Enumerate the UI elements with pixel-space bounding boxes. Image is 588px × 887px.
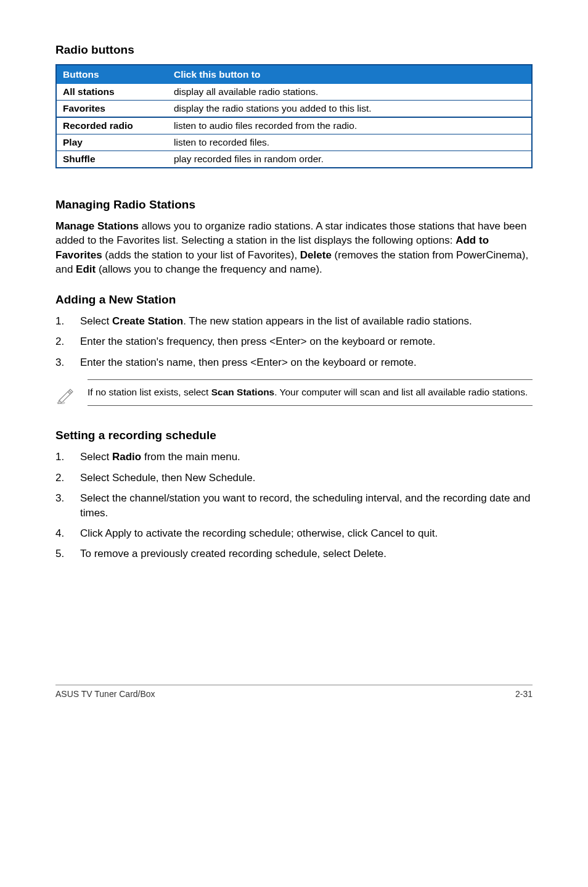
heading-radio-buttons: Radio buttons xyxy=(55,43,533,57)
step-number: 5. xyxy=(55,547,80,561)
managing-paragraph: Manage Stations allows you to organize r… xyxy=(55,219,533,277)
list-item: 4. Click Apply to activate the recording… xyxy=(55,526,533,540)
cell-label: Recorded radio xyxy=(56,117,168,134)
svg-line-1 xyxy=(68,392,70,394)
note-text: If no station list exists, select Scan S… xyxy=(88,379,533,406)
step-number: 3. xyxy=(55,355,80,369)
list-item: 1. Select Radio from the main menu. xyxy=(55,450,533,464)
cell-desc: display all available radio stations. xyxy=(168,84,532,101)
list-item: 3. Enter the station's name, then press … xyxy=(55,355,533,369)
list-item: 2. Enter the station's frequency, then p… xyxy=(55,334,533,349)
step-number: 4. xyxy=(55,526,80,540)
text-bold: Manage Stations xyxy=(55,220,139,232)
text: (allows you to change the frequency and … xyxy=(96,263,322,275)
step-text: To remove a previously created recording… xyxy=(80,547,533,561)
schedule-steps-list: 1. Select Radio from the main menu. 2. S… xyxy=(55,450,533,561)
step-text: Select Schedule, then New Schedule. xyxy=(80,471,533,485)
step-number: 3. xyxy=(55,491,80,520)
list-item: 3. Select the channel/station you want t… xyxy=(55,491,533,520)
footer-left: ASUS TV Tuner Card/Box xyxy=(55,689,155,699)
list-item: 1. Select Create Station. The new statio… xyxy=(55,314,533,328)
note-block: If no station list exists, select Scan S… xyxy=(55,379,533,406)
list-item: 2. Select Schedule, then New Schedule. xyxy=(55,471,533,485)
table-row: Recorded radio listen to audio files rec… xyxy=(56,117,532,134)
step-text: Select Create Station. The new station a… xyxy=(80,314,533,328)
cell-label: Play xyxy=(56,134,168,151)
cell-label: All stations xyxy=(56,84,168,101)
cell-desc: play recorded files in random order. xyxy=(168,151,532,168)
footer-right: 2-31 xyxy=(515,689,533,699)
page-footer: ASUS TV Tuner Card/Box 2-31 xyxy=(55,685,533,699)
heading-adding: Adding a New Station xyxy=(55,293,533,307)
step-text: Enter the station's frequency, then pres… xyxy=(80,334,533,349)
table-row: All stations display all available radio… xyxy=(56,84,532,101)
step-text: Select Radio from the main menu. xyxy=(80,450,533,464)
table-row: Favorites display the radio stations you… xyxy=(56,101,532,118)
cell-desc: listen to audio files recorded from the … xyxy=(168,117,532,134)
th-buttons: Buttons xyxy=(56,65,168,84)
text-bold: Delete xyxy=(300,249,332,261)
list-item: 5. To remove a previously created record… xyxy=(55,547,533,561)
adding-steps-list: 1. Select Create Station. The new statio… xyxy=(55,314,533,369)
radio-buttons-table: Buttons Click this button to All station… xyxy=(55,64,533,168)
step-number: 2. xyxy=(55,471,80,485)
step-text: Select the channel/station you want to r… xyxy=(80,491,533,520)
pencil-icon xyxy=(55,383,76,404)
svg-line-0 xyxy=(59,400,62,403)
step-text: Click Apply to activate the recording sc… xyxy=(80,526,533,540)
heading-schedule: Setting a recording schedule xyxy=(55,429,533,442)
table-row: Shuffle play recorded files in random or… xyxy=(56,151,532,168)
cell-label: Favorites xyxy=(56,101,168,118)
step-number: 1. xyxy=(55,450,80,464)
table-row: Play listen to recorded files. xyxy=(56,134,532,151)
text: (adds the station to your list of Favori… xyxy=(102,249,300,261)
th-click: Click this button to xyxy=(168,65,532,84)
heading-managing: Managing Radio Stations xyxy=(55,198,533,212)
cell-desc: display the radio stations you added to … xyxy=(168,101,532,118)
step-number: 2. xyxy=(55,334,80,349)
text-bold: Edit xyxy=(76,263,96,275)
cell-desc: listen to recorded files. xyxy=(168,134,532,151)
step-text: Enter the station's name, then press <En… xyxy=(80,355,533,369)
step-number: 1. xyxy=(55,314,80,328)
svg-line-2 xyxy=(69,390,71,393)
cell-label: Shuffle xyxy=(56,151,168,168)
